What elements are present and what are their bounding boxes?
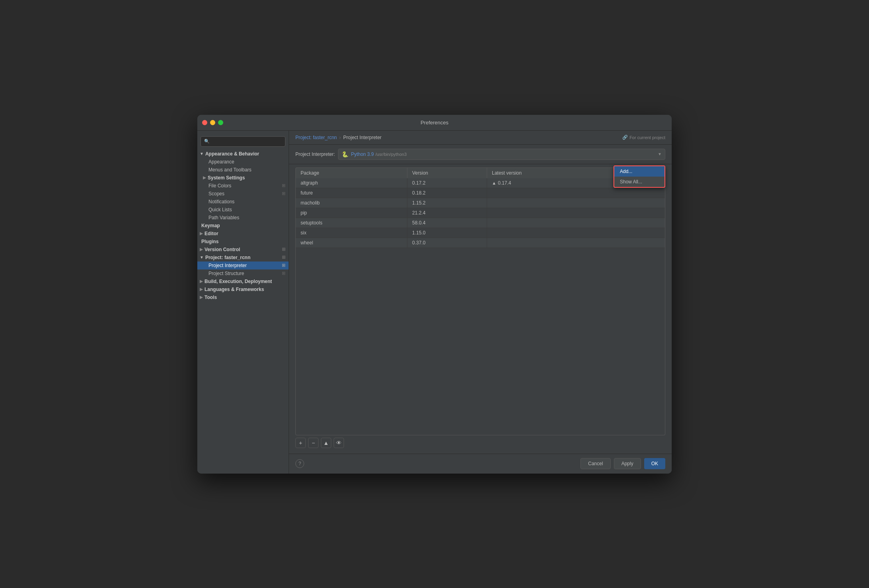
cell-latest [487, 208, 665, 218]
sidebar-item-languages-frameworks[interactable]: ▶ Languages & Frameworks [197, 285, 289, 293]
cell-latest [487, 218, 665, 228]
cell-package: wheel [296, 238, 407, 248]
breadcrumb-current: Project Interpreter [343, 135, 381, 140]
packages-table: Package Version Latest version altgraph … [295, 167, 665, 450]
col-package: Package [296, 168, 407, 178]
sidebar-item-appearance-behavior[interactable]: ▼ Appearance & Behavior [197, 150, 289, 158]
upgrade-package-button[interactable]: ▲ [321, 438, 331, 448]
search-box[interactable]: 🔍 [201, 136, 285, 147]
table-row[interactable]: six 1.15.0 [296, 228, 665, 238]
expand-icon: ▶ [200, 231, 203, 236]
sidebar-item-notifications[interactable]: Notifications [197, 198, 289, 206]
sidebar-item-label: Project: faster_rcnn [205, 255, 250, 260]
sidebar: 🔍 ▼ Appearance & Behavior Appearance Men… [197, 131, 289, 474]
sidebar-item-label: Notifications [208, 199, 234, 205]
breadcrumb-project[interactable]: Project: faster_rcnn [295, 135, 337, 140]
table-row[interactable]: pip 21.2.4 [296, 208, 665, 218]
table-row[interactable]: wheel 0.37.0 [296, 238, 665, 248]
traffic-lights [202, 120, 223, 125]
sidebar-item-editor[interactable]: ▶ Editor [197, 230, 289, 238]
copy-icon: ⊞ [282, 247, 285, 252]
sidebar-item-label: Appearance [208, 159, 234, 165]
sidebar-item-label: Project Structure [208, 271, 244, 276]
window-title: Preferences [421, 120, 448, 126]
cell-version: 1.15.0 [407, 228, 487, 238]
cell-version: 0.17.2 [407, 178, 487, 188]
table-toolbar: + − ▲ 👁 [295, 435, 665, 450]
sidebar-item-file-colors[interactable]: File Colors ⊞ [197, 182, 289, 190]
table-body: altgraph 0.17.2 ▲ 0.17.4 future 0.18.2 [295, 178, 665, 435]
sidebar-item-project-interpreter[interactable]: Project Interpreter ⊞ [197, 262, 289, 269]
inspect-package-button[interactable]: 👁 [334, 438, 344, 448]
table-row[interactable]: setuptools 58.0.4 [296, 218, 665, 228]
close-button[interactable] [202, 120, 207, 125]
sidebar-item-label: Build, Execution, Deployment [204, 279, 272, 284]
remove-package-button[interactable]: − [308, 438, 319, 448]
content-panel: Project: faster_rcnn › Project Interpret… [289, 131, 672, 474]
minimize-button[interactable] [210, 120, 215, 125]
table-row[interactable]: future 0.18.2 [296, 188, 665, 198]
sidebar-item-project-structure[interactable]: Project Structure ⊞ [197, 269, 289, 277]
cell-latest [487, 238, 665, 248]
sidebar-item-tools[interactable]: ▶ Tools [197, 293, 289, 301]
cancel-button[interactable]: Cancel [580, 458, 610, 469]
table-row[interactable]: macholib 1.15.2 [296, 198, 665, 208]
ok-button[interactable]: OK [644, 458, 665, 469]
interpreter-label: Project Interpreter: [295, 151, 335, 157]
preferences-window: Preferences 🔍 ▼ Appearance & Behavior Ap… [197, 115, 672, 474]
sidebar-item-scopes[interactable]: Scopes ⊞ [197, 190, 289, 198]
link-icon: 🔗 [622, 135, 628, 140]
interpreter-select[interactable]: 🐍 Python 3.9 /usr/bin/python3 ▼ [338, 149, 665, 160]
sidebar-item-path-variables[interactable]: Path Variables [197, 214, 289, 222]
copy-icon: ⊞ [282, 255, 285, 260]
search-input[interactable] [211, 139, 282, 144]
sidebar-item-label: Tools [204, 295, 217, 300]
cell-latest [487, 228, 665, 238]
sidebar-item-keymap[interactable]: Keymap [197, 222, 289, 230]
cell-version: 0.18.2 [407, 188, 487, 198]
copy-icon: ⊞ [282, 191, 285, 196]
cell-package: altgraph [296, 178, 407, 188]
python-icon: 🐍 [342, 151, 348, 157]
cell-package: setuptools [296, 218, 407, 228]
sidebar-item-label: Keymap [201, 223, 220, 228]
sidebar-item-appearance[interactable]: Appearance [197, 158, 289, 166]
cell-version: 1.15.2 [407, 198, 487, 208]
sidebar-item-quick-lists[interactable]: Quick Lists [197, 206, 289, 214]
interpreter-version: Python 3.9 [351, 151, 374, 157]
cell-package: future [296, 188, 407, 198]
sidebar-item-label: System Settings [208, 175, 245, 181]
interpreter-path: /usr/bin/python3 [376, 152, 407, 157]
sidebar-item-menus-toolbars[interactable]: Menus and Toolbars [197, 166, 289, 174]
interpreter-row: Project Interpreter: 🐍 Python 3.9 /usr/b… [289, 145, 672, 164]
expand-icon: ▼ [200, 255, 204, 260]
cell-package: six [296, 228, 407, 238]
sidebar-item-system-settings[interactable]: ▶ System Settings [197, 174, 289, 182]
sidebar-item-label: Menus and Toolbars [208, 167, 252, 173]
cell-latest [487, 188, 665, 198]
sidebar-item-label: Scopes [208, 191, 224, 197]
sidebar-item-label: Languages & Frameworks [204, 287, 264, 292]
maximize-button[interactable] [218, 120, 223, 125]
sidebar-item-version-control[interactable]: ▶ Version Control ⊞ [197, 246, 289, 254]
search-icon: 🔍 [204, 139, 210, 144]
sidebar-item-project-faster-rcnn[interactable]: ▼ Project: faster_rcnn ⊞ [197, 254, 289, 262]
sidebar-item-build-execution[interactable]: ▶ Build, Execution, Deployment [197, 277, 289, 285]
dropdown-item-add[interactable]: Add... [614, 166, 665, 177]
interpreter-dropdown-menu: Add... Show All... [613, 165, 665, 188]
expand-icon: ▶ [200, 279, 203, 283]
action-buttons: Cancel Apply OK [580, 458, 665, 469]
apply-button[interactable]: Apply [614, 458, 641, 469]
dropdown-item-show-all[interactable]: Show All... [614, 177, 665, 187]
table-row[interactable]: altgraph 0.17.2 ▲ 0.17.4 [296, 178, 665, 188]
expand-icon: ▼ [200, 151, 204, 156]
help-button[interactable]: ? [295, 459, 304, 468]
cell-package: pip [296, 208, 407, 218]
sidebar-item-label: Quick Lists [208, 207, 232, 212]
add-package-button[interactable]: + [295, 438, 306, 448]
cell-latest [487, 198, 665, 208]
sidebar-item-plugins[interactable]: Plugins [197, 238, 289, 246]
cell-package: macholib [296, 198, 407, 208]
expand-icon: ▶ [200, 247, 203, 252]
sidebar-item-label: Path Variables [208, 215, 239, 220]
